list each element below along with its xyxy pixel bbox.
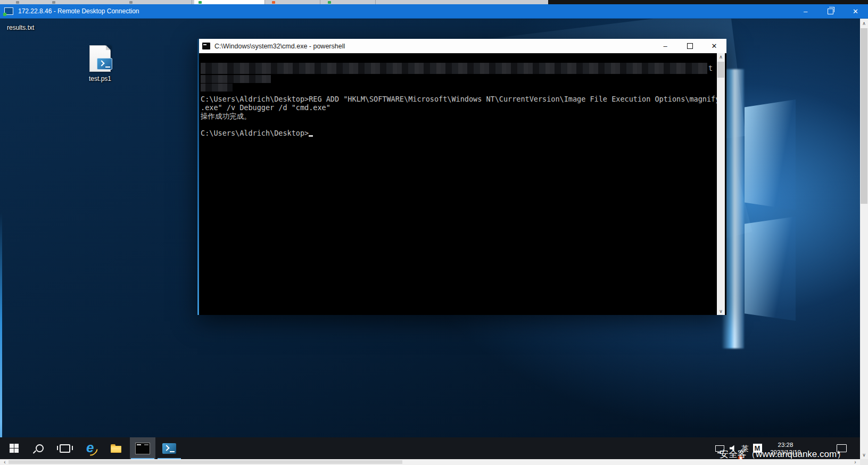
desktop-icon-results-label[interactable]: results.txt: [7, 24, 34, 31]
cmd-icon: [135, 443, 150, 454]
cmd-taskbar-button[interactable]: [130, 437, 155, 459]
task-view-button[interactable]: [53, 437, 77, 459]
close-icon: ✕: [853, 7, 858, 15]
wallpaper-window-pane: [745, 99, 796, 210]
terminal-command-line-1: C:\Users\Aldrich\Desktop>REG ADD "HKLM\S…: [201, 95, 720, 103]
task-view-icon: [60, 444, 70, 453]
start-button[interactable]: [2, 437, 26, 459]
minimize-icon: –: [663, 42, 667, 50]
rdp-close-button[interactable]: ✕: [843, 4, 868, 18]
vertical-scroll-thumb[interactable]: [861, 28, 867, 204]
terminal-result-line: 操作成功完成。: [201, 112, 251, 121]
redacted-line-tail: t: [708, 64, 713, 72]
clock-time: 23:28: [778, 441, 793, 449]
redacted-line: [201, 84, 233, 92]
powershell-taskbar-button[interactable]: [156, 437, 182, 459]
tab-favicon: [328, 1, 331, 4]
powershell-icon: [162, 443, 176, 454]
cmd-window[interactable]: C:\Windows\system32\cmd.exe - powershell…: [197, 39, 726, 315]
cmd-icon: [202, 43, 210, 49]
rdp-vertical-scrollbar[interactable]: ∧ ∨: [860, 19, 868, 459]
terminal-command-line-2: .exe" /v Debugger /d "cmd.exe": [201, 103, 330, 112]
tab-favicon: [52, 1, 55, 4]
watermark: 安全客（www.anquanke.com）: [720, 448, 846, 460]
terminal-output[interactable]: t C:\Users\Aldrich\Desktop>REG ADD "HKLM…: [197, 53, 726, 315]
terminal-prompt: C:\Users\Aldrich\Desktop>: [201, 129, 309, 137]
file-explorer-button[interactable]: [104, 437, 128, 459]
tab-favicon: [16, 1, 19, 4]
tab-favicon: [199, 1, 202, 4]
cmd-maximize-button[interactable]: [677, 39, 702, 53]
redacted-line: [201, 75, 271, 83]
internet-explorer-button[interactable]: e: [79, 437, 102, 459]
close-icon: ✕: [712, 42, 717, 50]
terminal-scroll-thumb[interactable]: [717, 62, 724, 78]
terminal-prompt-line: C:\Users\Aldrich\Desktop>: [201, 129, 313, 137]
scrollbar-corner: [860, 459, 868, 465]
folder-icon: [111, 446, 121, 453]
powershell-overlay-icon: [97, 58, 112, 70]
terminal-scrollbar[interactable]: ∧ ∨: [717, 53, 725, 315]
tab-favicon: [272, 1, 275, 4]
rdp-title: 172.22.8.46 - Remote Desktop Connection: [18, 7, 139, 15]
redacted-line: [201, 63, 707, 74]
search-button[interactable]: [28, 437, 51, 459]
rdp-titlebar[interactable]: 172.22.8.46 - Remote Desktop Connection …: [0, 4, 868, 19]
browser-tabstrip: [0, 0, 548, 4]
scroll-down-icon[interactable]: ∨: [717, 308, 725, 315]
minimize-icon: –: [804, 7, 807, 15]
rdp-restore-button[interactable]: [818, 4, 843, 18]
window-accent-border: [197, 39, 199, 315]
scroll-up-icon[interactable]: ∧: [860, 19, 868, 27]
terminal-cursor: [309, 129, 313, 137]
remote-desktop: results.txt test.ps1 C:\Windows\system32…: [0, 19, 868, 459]
cmd-titlebar[interactable]: C:\Windows\system32\cmd.exe - powershell…: [197, 39, 726, 53]
cmd-minimize-button[interactable]: –: [653, 39, 677, 53]
maximize-icon: [687, 43, 693, 49]
screen: 172.22.8.46 - Remote Desktop Connection …: [0, 0, 868, 465]
cmd-window-title: C:\Windows\system32\cmd.exe - powershell: [214, 43, 345, 50]
scroll-left-icon[interactable]: ‹: [1, 459, 9, 465]
browser-active-tab[interactable]: [194, 0, 264, 4]
page-fold: [105, 45, 111, 51]
rdp-minimize-button[interactable]: –: [793, 4, 818, 18]
tab-favicon: [129, 1, 133, 4]
scroll-right-icon[interactable]: ›: [852, 459, 859, 465]
ps1-file-icon: [89, 45, 111, 72]
scroll-up-icon[interactable]: ∧: [717, 53, 725, 61]
windows-logo-icon: [10, 444, 19, 453]
scroll-down-icon[interactable]: ∨: [860, 451, 868, 459]
desktop-icon-testps1[interactable]: test.ps1: [79, 45, 121, 82]
cmd-close-button[interactable]: ✕: [702, 39, 726, 53]
browser-tabstrip-dark: [548, 0, 868, 4]
search-icon: [36, 444, 44, 452]
internet-explorer-icon: e: [84, 441, 97, 456]
rdp-icon: [4, 7, 13, 15]
restore-icon: [828, 9, 833, 14]
wallpaper-window-pane: [745, 217, 796, 321]
wallpaper-edge-glow: [0, 213, 2, 459]
desktop-icon-testps1-label: test.ps1: [79, 75, 121, 82]
horizontal-scroll-thumb[interactable]: [9, 460, 402, 464]
